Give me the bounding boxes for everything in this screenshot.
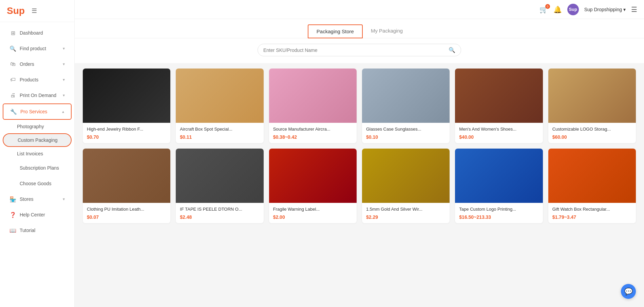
product-card[interactable]: Clothing PU Imitation Leath... $0.07	[83, 149, 170, 223]
print-icon: 🖨	[10, 92, 16, 99]
goods-icon	[10, 180, 16, 187]
chat-button[interactable]: 💬	[621, 284, 636, 299]
chevron-down-icon: ▾	[63, 197, 65, 202]
product-price: $0.11	[180, 134, 259, 140]
store-icon: 🏪	[10, 196, 16, 203]
product-image	[269, 149, 357, 203]
subscription-icon	[10, 165, 16, 171]
product-image	[176, 149, 263, 203]
sidebar-item-tutorial[interactable]: 📖 Tutorial	[3, 223, 72, 238]
sidebar-item-stores[interactable]: 🏪 Stores ▾	[3, 192, 72, 207]
tab-my-packaging[interactable]: My Packaging	[363, 24, 411, 38]
sidebar-item-choose-goods[interactable]: Choose Goods	[3, 176, 72, 191]
product-info: Aircraft Box Spot Special... $0.11	[176, 123, 263, 143]
sidebar-item-orders[interactable]: 🛍 Orders ▾	[3, 57, 72, 72]
product-name: 1.5mm Gold And Silver Wir...	[366, 206, 446, 212]
page-tabs: Packaging Store My Packaging	[75, 24, 644, 38]
product-price: $2.48	[180, 214, 259, 220]
product-name: Aircraft Box Spot Special...	[180, 126, 259, 132]
chevron-up-icon: ▴	[62, 109, 64, 114]
product-image	[362, 69, 450, 123]
sidebar-item-custom-packaging[interactable]: Custom Packaging	[3, 133, 72, 147]
sidebar-item-find-product[interactable]: 🔍 Find product ▾	[3, 41, 72, 56]
product-price: $0.07	[87, 214, 166, 220]
sidebar-item-pro-services[interactable]: 🔧 Pro Services ▴	[3, 103, 72, 120]
product-info: IF TAPE IS PEELE DTORN O... $2.48	[176, 203, 263, 223]
product-info: Customizable LOGO Storag... $60.00	[548, 123, 636, 143]
sidebar-item-print-on-demand[interactable]: 🖨 Print On Demand ▾	[3, 88, 72, 103]
product-name: IF TAPE IS PEELE DTORN O...	[180, 206, 259, 212]
product-image	[176, 69, 263, 123]
product-price: $0.10	[366, 134, 446, 140]
sidebar-item-dashboard[interactable]: ⊞ Dashboard	[3, 25, 72, 40]
chevron-down-icon: ▾	[63, 93, 65, 98]
sidebar-item-label: Find product	[20, 46, 46, 51]
search-icon: 🔍	[10, 45, 16, 52]
sidebar-item-label: Stores	[20, 196, 33, 202]
product-image	[83, 69, 170, 123]
pro-services-submenu: Photography Custom Packaging List Invoic…	[0, 120, 74, 160]
product-card[interactable]: High-end Jewelry Ribbon F... $0.70	[83, 69, 170, 143]
sidebar-item-label: List Invoices	[17, 151, 43, 156]
product-card[interactable]: 1.5mm Gold And Silver Wir... $2.29	[362, 149, 450, 223]
product-card[interactable]: Men's And Women's Shoes... $40.00	[455, 69, 543, 143]
bag-icon: 🛍	[10, 61, 16, 68]
product-name: Men's And Women's Shoes...	[459, 126, 538, 132]
main-menu-icon[interactable]: ☰	[631, 5, 637, 14]
sidebar: Sup ☰ ⊞ Dashboard 🔍 Find product ▾ 🛍 Ord…	[0, 0, 75, 307]
product-name: Clothing PU Imitation Leath...	[87, 206, 166, 212]
product-price: $2.29	[366, 214, 446, 220]
sidebar-item-products[interactable]: 🏷 Products ▾	[3, 72, 72, 87]
sidebar-item-help-center[interactable]: ❓ Help Center	[3, 207, 72, 222]
sidebar-item-label: Pro Services	[20, 109, 47, 114]
sidebar-item-label: Dashboard	[20, 30, 43, 36]
product-price: $1.79~3.47	[552, 214, 632, 220]
notification-icon-button[interactable]: 🔔	[553, 5, 562, 14]
sidebar-item-photography[interactable]: Photography	[0, 120, 74, 133]
app-logo: Sup	[7, 5, 25, 16]
sidebar-nav: ⊞ Dashboard 🔍 Find product ▾ 🛍 Orders ▾ …	[0, 22, 74, 307]
search-input[interactable]	[263, 47, 449, 53]
header-actions: 🛒 0 🔔 Sup Sup Dropshipping ▾ ☰	[539, 4, 637, 15]
sidebar-item-label: Orders	[20, 61, 34, 67]
product-image	[362, 149, 450, 203]
search-submit-icon[interactable]: 🔍	[449, 47, 455, 53]
product-card[interactable]: Aircraft Box Spot Special... $0.11	[176, 69, 263, 143]
product-info: 1.5mm Gold And Silver Wir... $2.29	[362, 203, 450, 223]
product-info: Fragile Warning Label... $2.00	[269, 203, 357, 223]
cart-icon-button[interactable]: 🛒 0	[539, 5, 548, 14]
sidebar-toggle-icon[interactable]: ☰	[32, 7, 37, 15]
product-name: Fragile Warning Label...	[273, 206, 353, 212]
cart-badge: 0	[545, 4, 550, 9]
chevron-down-icon: ▾	[623, 7, 626, 12]
product-info: Tape Custom Logo Printing... $16.50~213.…	[455, 203, 543, 223]
tab-packaging-store[interactable]: Packaging Store	[308, 24, 363, 38]
product-card[interactable]: Gift Watch Box Rectangular... $1.79~3.47	[548, 149, 636, 223]
product-price: $16.50~213.33	[459, 214, 538, 220]
sidebar-item-label: Print On Demand	[20, 93, 56, 98]
product-card[interactable]: IF TAPE IS PEELE DTORN O... $2.48	[176, 149, 263, 223]
products-container: High-end Jewelry Ribbon F... $0.70 Aircr…	[75, 63, 644, 229]
sidebar-item-label: Subscription Plans	[20, 165, 59, 171]
tag-icon: 🏷	[10, 76, 16, 83]
product-card[interactable]: Source Manufacturer Aircra... $0.38~0.42	[269, 69, 357, 143]
product-card[interactable]: Tape Custom Logo Printing... $16.50~213.…	[455, 149, 543, 223]
sidebar-item-list-invoices[interactable]: List Invoices	[0, 148, 74, 160]
sidebar-item-subscription-plans[interactable]: Subscription Plans	[3, 160, 72, 175]
product-card[interactable]: Customizable LOGO Storag... $60.00	[548, 69, 636, 143]
sidebar-header: Sup ☰	[0, 0, 74, 22]
product-image	[455, 69, 543, 123]
product-price: $0.70	[87, 134, 166, 140]
user-name-dropdown[interactable]: Sup Dropshipping ▾	[584, 7, 626, 12]
product-name: Gift Watch Box Rectangular...	[552, 206, 632, 212]
chevron-down-icon: ▾	[63, 46, 65, 51]
page-content: Packaging Store My Packaging 🔍 High-end …	[75, 19, 644, 307]
product-price: $60.00	[552, 134, 632, 140]
product-card[interactable]: Fragile Warning Label... $2.00	[269, 149, 357, 223]
tool-icon: 🔧	[10, 108, 17, 115]
products-grid-row1: High-end Jewelry Ribbon F... $0.70 Aircr…	[83, 69, 636, 143]
sidebar-item-label: Photography	[17, 124, 44, 129]
product-card[interactable]: Glasses Case Sunglasses... $0.10	[362, 69, 450, 143]
product-name: Tape Custom Logo Printing...	[459, 206, 538, 212]
grid-icon: ⊞	[10, 30, 16, 36]
